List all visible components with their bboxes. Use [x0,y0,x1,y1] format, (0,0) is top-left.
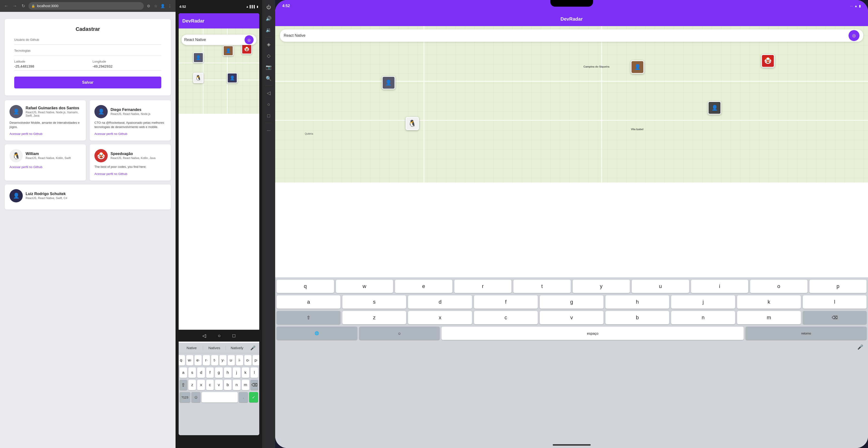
ios-key-q[interactable]: q [277,280,334,293]
home-nav-icon[interactable]: ○ [218,333,221,339]
ios-key-k[interactable]: k [737,295,801,309]
avatar-icon[interactable]: 👤 [160,3,165,9]
save-button[interactable]: Salvar [14,76,161,89]
forward-button[interactable]: → [11,3,18,9]
ios-key-return[interactable]: retorno [746,326,867,340]
ios-key-e[interactable]: e [395,280,453,293]
mic-icon[interactable]: 🎤 [248,345,257,351]
key-l[interactable]: l [250,368,258,378]
ios-key-o[interactable]: o [750,280,807,293]
ios-key-p[interactable]: p [809,280,867,293]
ios-key-x[interactable]: x [408,311,472,324]
ios-key-l[interactable]: l [803,295,867,309]
key-k[interactable]: k [242,368,249,378]
key-x[interactable]: x [197,380,205,390]
ios-key-b[interactable]: b [606,311,669,324]
key-g[interactable]: g [215,368,222,378]
ios-key-t[interactable]: t [513,280,571,293]
suggestion-1[interactable]: Natives [203,344,226,352]
bookmark-icon[interactable]: ☆ [153,3,158,9]
key-emoji[interactable]: ☺ [191,392,200,403]
key-space[interactable] [202,392,238,403]
power-icon[interactable]: ⏻ [264,2,274,12]
diamond-outline-icon[interactable]: ◇ [264,50,274,61]
github-link[interactable]: Acessar perfil no Github [9,132,42,136]
key-period[interactable]: . [239,392,248,403]
back-nav-icon[interactable]: ◁ [203,333,206,339]
ios-key-d[interactable]: d [408,295,472,309]
key-w[interactable]: w2 [186,355,193,366]
suggestion-2[interactable]: Natively [226,344,248,352]
key-j[interactable]: j [233,368,240,378]
key-enter[interactable]: ✓ [249,392,258,403]
android-search-input[interactable]: React Native [184,38,245,42]
ios-key-r[interactable]: r [454,280,512,293]
key-i[interactable]: i8 [236,355,243,366]
key-z[interactable]: z [188,380,196,390]
android-search-bar[interactable]: React Native ◎ [182,35,256,45]
ios-key-emoji[interactable]: ☺ [359,326,440,340]
key-num[interactable]: ?123 [180,392,190,403]
key-e[interactable]: e3 [194,355,202,366]
ios-key-n[interactable]: n [671,311,735,324]
refresh-button[interactable]: ↻ [20,3,27,9]
ios-key-m[interactable]: m [737,311,801,324]
ios-key-z[interactable]: z [342,311,406,324]
ios-key-s[interactable]: s [342,295,406,309]
ios-key-h[interactable]: h [606,295,669,309]
speaker-icon[interactable]: 🔊 [264,13,274,24]
ios-key-w[interactable]: w [336,280,393,293]
key-d[interactable]: d [197,368,205,378]
ios-search-bar[interactable]: ◎ [280,29,863,42]
ios-key-v[interactable]: v [540,311,603,324]
key-q[interactable]: q1 [179,355,185,366]
ios-key-backspace[interactable]: ⌫ [803,311,867,324]
key-u[interactable]: u7 [228,355,235,366]
ios-search-button[interactable]: ◎ [848,30,860,41]
suggestion-0[interactable]: Native [181,344,203,352]
github-link[interactable]: Acessar perfil no Github [9,165,42,169]
extensions-icon[interactable]: ⚙ [146,3,151,9]
key-o[interactable]: o9 [244,355,251,366]
key-v[interactable]: v [215,380,222,390]
key-s[interactable]: s [188,368,196,378]
speaker-low-icon[interactable]: 🔉 [264,25,274,35]
more-icon[interactable]: ··· [264,125,274,135]
ios-key-c[interactable]: c [474,311,538,324]
github-link[interactable]: Acessar perfil no Github [94,172,127,176]
key-f[interactable]: f [206,368,214,378]
ios-key-j[interactable]: j [671,295,735,309]
ios-mic-icon[interactable]: 🎤 [857,344,863,350]
camera-icon[interactable]: 📷 [264,62,274,72]
key-m[interactable]: m [242,380,249,390]
ios-key-a[interactable]: a [277,295,340,309]
circle-icon[interactable]: ○ [264,99,274,109]
back-button[interactable]: ← [3,3,9,9]
ios-key-g[interactable]: g [540,295,603,309]
key-backspace[interactable]: ⌫ [250,380,258,390]
more-icon[interactable]: ⋮ [167,3,173,9]
android-search-button[interactable]: ◎ [245,35,254,44]
key-p[interactable]: p0 [253,355,259,366]
ios-key-globe[interactable]: 🌐 [277,326,357,340]
key-r[interactable]: r4 [203,355,210,366]
key-h[interactable]: h [224,368,231,378]
ios-key-f[interactable]: f [474,295,538,309]
ios-key-u[interactable]: u [632,280,689,293]
key-b[interactable]: b [224,380,231,390]
ios-key-i[interactable]: i [691,280,748,293]
ios-key-y[interactable]: y [572,280,630,293]
key-t[interactable]: t5 [211,355,218,366]
url-bar[interactable]: 🔒 localhost:3000 [28,2,144,10]
key-c[interactable]: c [206,380,214,390]
ios-key-space[interactable]: espaço [441,326,744,340]
github-link[interactable]: Acessar perfil no Github [94,132,127,136]
recents-nav-icon[interactable]: □ [232,333,235,339]
back-arrow-icon[interactable]: ◁ [264,88,274,98]
diamond-icon[interactable]: ◈ [264,39,274,49]
search-zoom-icon[interactable]: 🔍 [264,73,274,84]
ios-search-input[interactable] [284,33,848,38]
square-icon[interactable]: □ [264,110,274,121]
key-shift[interactable]: ⇧ [180,380,187,390]
ios-key-shift[interactable]: ⇧ [277,311,340,324]
